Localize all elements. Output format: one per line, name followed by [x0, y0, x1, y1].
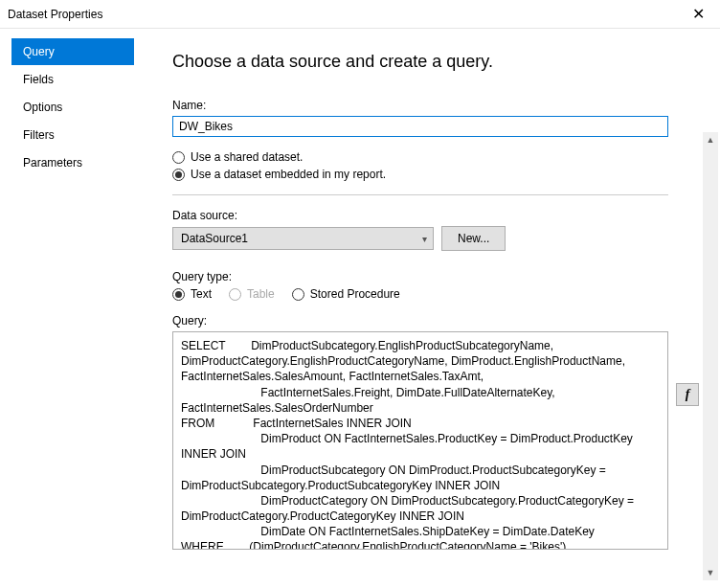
dataset-mode-block: Use a shared dataset. Use a dataset embe… [172, 150, 707, 181]
query-block: Query: [172, 314, 707, 553]
querytype-label: Query type: [172, 270, 707, 283]
datasource-value: DataSource1 [181, 232, 248, 245]
radio-querytype-text[interactable]: Text [172, 287, 212, 301]
sidebar-item-parameters[interactable]: Parameters [11, 149, 134, 176]
radio-shared-dataset[interactable]: Use a shared dataset. [172, 150, 707, 164]
chevron-down-icon: ▾ [422, 234, 427, 244]
close-icon: ✕ [692, 5, 705, 23]
radio-label-text: Text [191, 287, 212, 301]
radio-querytype-table: Table [229, 287, 275, 301]
radio-label-shared: Use a shared dataset. [191, 150, 303, 164]
sidebar-item-query[interactable]: Query [11, 38, 134, 65]
radio-label-table: Table [247, 287, 275, 301]
fx-icon: f [686, 387, 690, 402]
scroll-down-icon[interactable]: ▼ [703, 565, 718, 580]
window-title: Dataset Properties [8, 8, 102, 21]
datasource-label: Data source: [172, 209, 707, 222]
new-datasource-button[interactable]: New... [441, 226, 506, 251]
querytype-block: Query type: Text Table Stored Procedure [172, 270, 707, 301]
radio-icon [172, 151, 185, 164]
radio-querytype-storedproc[interactable]: Stored Procedure [292, 287, 400, 301]
datasource-block: Data source: DataSource1 ▾ New... [172, 209, 707, 251]
sidebar-item-filters[interactable]: Filters [11, 122, 134, 148]
radio-icon [229, 288, 241, 301]
titlebar: Dataset Properties ✕ [0, 0, 720, 29]
name-field-block: Name: [172, 99, 707, 137]
scroll-up-icon[interactable]: ▲ [703, 132, 718, 147]
radio-icon [292, 288, 304, 301]
radio-icon [172, 169, 185, 181]
query-label: Query: [172, 314, 707, 328]
divider [172, 194, 668, 195]
sidebar: Query Fields Options Filters Parameters [0, 29, 144, 588]
query-textarea[interactable] [172, 331, 668, 550]
expression-button[interactable]: f [676, 383, 699, 406]
page-heading: Choose a data source and create a query. [172, 52, 707, 72]
name-label: Name: [172, 99, 707, 112]
vertical-scrollbar[interactable]: ▲ ▼ [703, 132, 718, 580]
radio-embedded-dataset[interactable]: Use a dataset embedded in my report. [172, 168, 707, 181]
radio-icon [172, 288, 185, 301]
sidebar-item-options[interactable]: Options [11, 94, 134, 121]
content-pane: Choose a data source and create a query.… [144, 29, 720, 588]
close-button[interactable]: ✕ [677, 0, 720, 29]
radio-label-embedded: Use a dataset embedded in my report. [191, 168, 386, 181]
dialog-body: Query Fields Options Filters Parameters … [0, 29, 720, 588]
name-input[interactable] [172, 116, 668, 137]
radio-label-storedproc: Stored Procedure [310, 287, 400, 301]
sidebar-item-fields[interactable]: Fields [11, 66, 134, 93]
datasource-select[interactable]: DataSource1 ▾ [172, 227, 434, 250]
